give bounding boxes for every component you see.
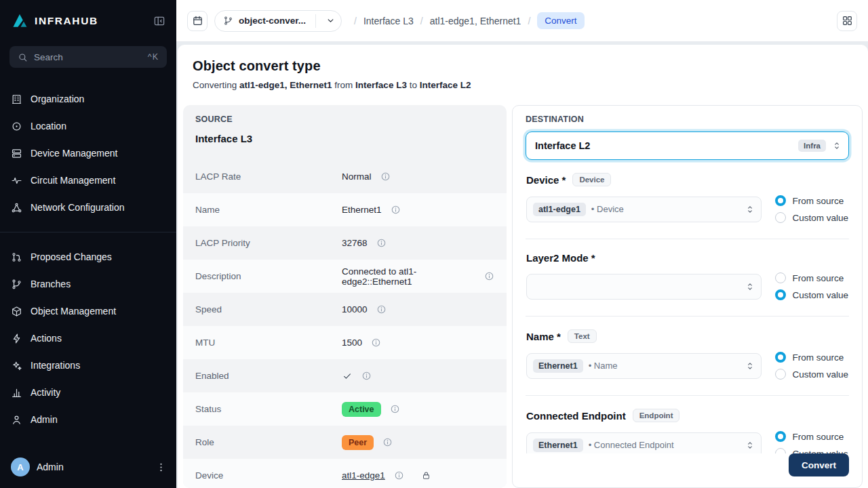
custom-value-radio[interactable]: Custom value bbox=[775, 448, 848, 453]
radio-dot bbox=[775, 272, 786, 283]
destination-fields: Device * Device atl1-edge1 • Device From… bbox=[526, 160, 849, 453]
namespace-badge: Infra bbox=[798, 140, 826, 152]
search-input[interactable]: Search ^K bbox=[9, 46, 167, 68]
attribute-value-cell: Connected to atl1-edge2::Ethernet1 bbox=[342, 266, 494, 287]
attribute-value-cell: Active bbox=[342, 402, 400, 417]
user-menu-kebab-button[interactable] bbox=[154, 460, 168, 474]
sidebar-item-integrations[interactable]: Integrations bbox=[0, 352, 176, 379]
sidebar-item-actions[interactable]: Actions bbox=[0, 325, 176, 352]
apps-grid-icon bbox=[842, 15, 853, 26]
sidebar-item-device-management[interactable]: Device Management bbox=[0, 140, 176, 167]
destination-type-value: Interface L2 bbox=[535, 140, 793, 151]
breadcrumb-link[interactable]: Interface L3 bbox=[363, 16, 414, 26]
device-select[interactable]: atl1-edge1 • Device bbox=[526, 197, 762, 222]
destination-field-layer2-mode: Layer2 Mode * From source Cust bbox=[526, 239, 849, 316]
sidebar-nav-primary: Organization Location Device Management … bbox=[0, 85, 176, 221]
device-management-icon bbox=[11, 148, 22, 159]
convert-button[interactable]: Convert bbox=[789, 453, 849, 476]
destination-type-select[interactable]: Interface L2 Infra bbox=[526, 131, 849, 160]
attribute-value-cell: 10000 bbox=[342, 304, 387, 314]
sidebar-item-activity[interactable]: Activity bbox=[0, 379, 176, 406]
value-mode-radio-group: From source Custom value bbox=[775, 272, 848, 300]
sidebar-item-location[interactable]: Location bbox=[0, 113, 176, 140]
selected-value-chip: Ethernet1 bbox=[533, 359, 583, 373]
attribute-value-cell: Peer bbox=[342, 435, 393, 450]
info-icon[interactable] bbox=[376, 238, 387, 248]
sidebar-collapse-button[interactable] bbox=[152, 14, 167, 28]
subtitle-text: to bbox=[407, 80, 420, 90]
radio-label: From source bbox=[792, 432, 844, 442]
destination-field-connected-endpoint: Connected Endpoint Endpoint Ethernet1 • … bbox=[526, 395, 849, 453]
info-icon[interactable] bbox=[361, 371, 372, 381]
from-source-radio[interactable]: From source bbox=[775, 195, 844, 206]
source-row-description: Description Connected to atl1-edge2::Eth… bbox=[183, 260, 507, 293]
info-icon[interactable] bbox=[391, 205, 401, 215]
sidebar-item-proposed-changes[interactable]: Proposed Changes bbox=[0, 243, 176, 270]
info-icon[interactable] bbox=[390, 404, 400, 414]
field-label: Connected Endpoint bbox=[526, 410, 626, 422]
sidebar-item-circuit-management[interactable]: Circuit Management bbox=[0, 167, 176, 194]
field-kind-badge: Endpoint bbox=[633, 409, 680, 422]
radio-label: From source bbox=[792, 352, 844, 363]
destination-panel: DESTINATION Interface L2 Infra Device * … bbox=[512, 105, 863, 488]
info-icon[interactable] bbox=[394, 470, 404, 481]
source-row-device: Device atl1-edge1 bbox=[183, 459, 507, 488]
stepper-icon bbox=[831, 140, 842, 151]
radio-label: From source bbox=[792, 196, 844, 206]
from-source-radio[interactable]: From source bbox=[775, 431, 844, 442]
sidebar-item-label: Organization bbox=[31, 94, 84, 104]
branch-selector[interactable]: object-conver... bbox=[214, 10, 342, 32]
infrahub-logo-icon bbox=[11, 12, 28, 30]
from-source-radio[interactable]: From source bbox=[775, 272, 844, 283]
content-card: Object convert type Converting atl1-edge… bbox=[178, 45, 868, 488]
apps-button[interactable] bbox=[837, 11, 857, 31]
name-select[interactable]: Ethernet1 • Name bbox=[526, 353, 762, 379]
layer2-mode-select[interactable] bbox=[526, 274, 762, 300]
sidebar-item-organization[interactable]: Organization bbox=[0, 85, 176, 113]
custom-value-radio[interactable]: Custom value bbox=[775, 369, 848, 380]
sidebar-item-admin[interactable]: Admin bbox=[0, 406, 176, 433]
destination-field-name: Name * Text Ethernet1 • Name From source bbox=[526, 316, 849, 395]
content: Object convert type Converting atl1-edge… bbox=[176, 42, 868, 488]
chevron-down-icon bbox=[326, 16, 336, 26]
sidebar-item-label: Activity bbox=[31, 387, 60, 398]
info-icon[interactable] bbox=[484, 271, 494, 281]
radio-label: Custom value bbox=[792, 213, 848, 223]
calendar-icon bbox=[192, 15, 203, 26]
selected-value-chip: atl1-edge1 bbox=[533, 203, 586, 216]
user-menu[interactable]: A Admin bbox=[0, 450, 176, 488]
sidebar-item-network-configuration[interactable]: Network Configuration bbox=[0, 194, 176, 221]
actions-icon bbox=[11, 333, 22, 344]
attribute-value: 32768 bbox=[342, 238, 368, 248]
radio-dot bbox=[775, 431, 786, 442]
sidebar-item-object-management[interactable]: Object Management bbox=[0, 298, 176, 325]
source-attributes: LACP Rate Normal Name Ethernet1 LACP Pri… bbox=[183, 160, 507, 488]
info-icon[interactable] bbox=[371, 338, 381, 348]
breadcrumb-link[interactable]: atl1-edge1, Ethernet1 bbox=[430, 16, 521, 26]
sidebar-item-branches[interactable]: Branches bbox=[0, 270, 176, 298]
info-icon[interactable] bbox=[382, 437, 393, 447]
custom-value-radio[interactable]: Custom value bbox=[775, 289, 848, 300]
time-travel-button[interactable] bbox=[187, 11, 208, 31]
attribute-value-cell: 32768 bbox=[342, 238, 387, 248]
radio-label: Custom value bbox=[792, 369, 848, 380]
sidebar-nav-secondary: Proposed Changes Branches Object Managem… bbox=[0, 243, 176, 433]
source-row-lacp-rate: LACP Rate Normal bbox=[183, 160, 507, 193]
stepper-icon bbox=[745, 361, 755, 371]
network-configuration-icon bbox=[11, 202, 22, 214]
connected-endpoint-select[interactable]: Ethernet1 • Connected Endpoint bbox=[526, 432, 762, 454]
sidebar-item-label: Circuit Management bbox=[31, 175, 115, 186]
info-icon[interactable] bbox=[376, 304, 387, 314]
info-icon[interactable] bbox=[380, 171, 391, 182]
subtitle-text: from bbox=[332, 80, 356, 90]
attribute-value-cell: 1500 bbox=[342, 338, 381, 348]
topbar: object-conver... /Interface L3/atl1-edge… bbox=[176, 0, 868, 42]
object-management-icon bbox=[11, 306, 22, 317]
radio-label: From source bbox=[792, 273, 844, 283]
custom-value-radio[interactable]: Custom value bbox=[775, 212, 848, 223]
related-object-link[interactable]: atl1-edge1 bbox=[342, 470, 385, 481]
avatar: A bbox=[11, 458, 30, 476]
from-source-radio[interactable]: From source bbox=[775, 352, 844, 363]
sidebar-item-label: Device Management bbox=[31, 148, 117, 159]
attribute-value: 10000 bbox=[342, 304, 368, 314]
